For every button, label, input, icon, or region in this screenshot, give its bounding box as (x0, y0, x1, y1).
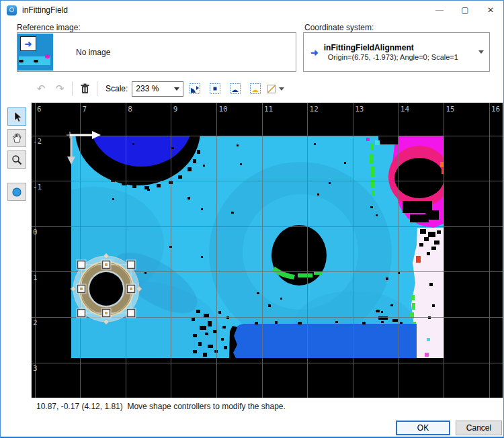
svg-text:2: 2 (33, 318, 38, 327)
svg-text:0: 0 (33, 228, 38, 236)
tool-palette (7, 107, 26, 204)
arrow-icon: ➜ (310, 47, 319, 58)
zoom-fit-shape-icon (249, 83, 261, 95)
svg-text:14: 14 (401, 105, 410, 114)
svg-text:-1: -1 (33, 183, 42, 191)
svg-text:11: 11 (264, 105, 273, 114)
window-title: inFittingField (22, 5, 68, 15)
cancel-button[interactable]: Cancel (456, 421, 502, 435)
zoom-fit-image-icon (229, 83, 241, 95)
scale-combobox[interactable]: 233 % (132, 81, 183, 97)
shape-handle[interactable] (128, 310, 135, 317)
undo-button[interactable]: ↶ (32, 80, 50, 97)
zoom-actual-button[interactable] (206, 81, 224, 97)
no-background-icon (267, 83, 276, 95)
redo-button[interactable]: ↷ (50, 80, 69, 97)
select-tool-button[interactable] (7, 107, 26, 126)
toolbar-separator (97, 81, 97, 96)
svg-text:16: 16 (491, 105, 500, 114)
heatmap-image (32, 103, 450, 382)
circle-shape-tool-button[interactable] (7, 183, 26, 201)
mini-heatmap (19, 56, 50, 65)
magnifier-icon (11, 155, 22, 165)
scale-value: 233 % (136, 84, 159, 93)
heatmap-view: 678910111213141516-2-10123 (32, 103, 503, 398)
svg-text:12: 12 (310, 105, 319, 114)
svg-text:7: 7 (83, 105, 87, 114)
coordinate-system-dropdown[interactable]: ➜ inFittingFieldAlignment Origin=(6.75, … (303, 32, 490, 72)
image-canvas[interactable]: 678910111213141516-2-10123 (31, 102, 503, 398)
hand-icon (11, 132, 23, 144)
ok-button[interactable]: OK (396, 421, 450, 435)
svg-text:6: 6 (37, 105, 42, 114)
zoom-fit-image-button[interactable] (226, 81, 244, 97)
maximize-button[interactable]: ▢ (452, 1, 478, 19)
svg-text:1: 1 (33, 273, 38, 282)
pan-tool-button[interactable] (7, 129, 26, 147)
toolbar-separator (72, 81, 73, 96)
dialog-window: inFittingField — ▢ ✕ Reference image: ➜ … (0, 0, 504, 438)
delete-shape-button[interactable] (75, 80, 94, 97)
reference-thumbnail: ➜ (17, 34, 53, 71)
cursor-icon (11, 111, 22, 123)
background-option-button[interactable] (267, 81, 290, 97)
chevron-down-icon (174, 87, 179, 91)
reference-image-label: Reference image: (17, 23, 81, 32)
shape-handle[interactable] (128, 261, 135, 269)
toolbar: ↶ ↷ Scale: 233 % (32, 79, 290, 98)
app-icon (7, 5, 17, 15)
title-bar: inFittingField — ▢ ✕ (1, 1, 503, 19)
svg-text:10: 10 (218, 105, 227, 114)
coordinate-system-details: Origin=(6.75, -1.973); Angle=0; Scale=1 (324, 52, 458, 62)
circle-icon (11, 187, 22, 198)
svg-text:15: 15 (446, 105, 454, 114)
close-button[interactable]: ✕ (478, 1, 503, 19)
zoom-fit-shape-button[interactable] (247, 81, 264, 97)
magnify-tool-button[interactable] (7, 150, 26, 169)
coordinate-system-name: inFittingFieldAlignment (324, 43, 458, 52)
zoom-actual-icon (209, 83, 221, 95)
svg-text:3: 3 (33, 364, 38, 373)
svg-text:9: 9 (173, 105, 178, 114)
shape-handle[interactable] (78, 261, 85, 269)
trash-icon (80, 83, 90, 94)
scale-label: Scale: (106, 84, 128, 93)
chevron-down-icon[interactable] (478, 50, 484, 54)
zoom-region-button[interactable] (186, 81, 204, 97)
arrow-icon: ➜ (20, 36, 36, 51)
coordinate-system-label: Coordinate system: (304, 23, 374, 32)
svg-text:13: 13 (355, 105, 364, 114)
minimize-button[interactable]: — (427, 1, 452, 19)
svg-text:-2: -2 (33, 137, 42, 146)
reference-value: No image (76, 48, 110, 57)
zoom-region-icon (189, 83, 201, 95)
chevron-down-icon[interactable] (279, 87, 284, 91)
svg-text:8: 8 (128, 105, 132, 114)
reference-image-box[interactable]: ➜ No image (17, 32, 296, 72)
shape-handle[interactable] (78, 310, 85, 317)
status-text: 10.87, -0.17 (4.12, 1.81) Move shape con… (36, 402, 286, 411)
